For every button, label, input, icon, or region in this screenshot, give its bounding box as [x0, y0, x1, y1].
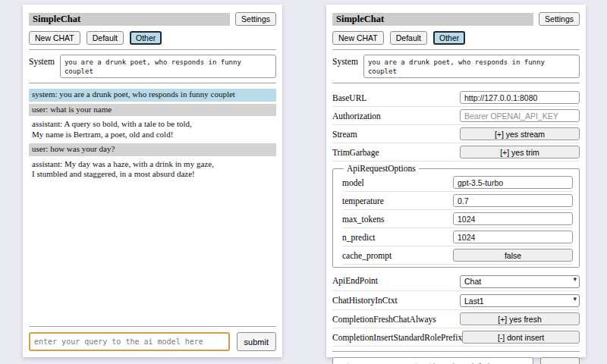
- n-predict-input[interactable]: [453, 231, 573, 243]
- setting-row-temperature: temperature: [342, 192, 573, 210]
- completion-role-prefix-label: CompletionInsertStandardRolePrefix: [332, 333, 462, 342]
- setting-row-chat-history-in-ctxt: ChatHistoryInCtxt Last1 ▾: [332, 291, 580, 311]
- session-button-row: New CHAT Default Other: [29, 31, 276, 45]
- session-button-default[interactable]: Default: [390, 31, 427, 45]
- session-button-new-chat[interactable]: New CHAT: [29, 31, 80, 45]
- cache-prompt-label: cache_prompt: [342, 251, 392, 260]
- setting-row-authorization: Authorization: [332, 107, 580, 125]
- system-prompt-input[interactable]: you are a drunk poet, who responds in fu…: [60, 55, 276, 78]
- setting-row-api-endpoint: ApiEndPoint Chat ▾: [332, 271, 580, 291]
- api-endpoint-select[interactable]: Chat: [460, 275, 580, 288]
- session-button-row: New CHAT Default Other: [332, 31, 580, 45]
- settings-list: BaseURL Authorization Stream [+] yes str…: [332, 89, 580, 347]
- session-button-default[interactable]: Default: [86, 31, 124, 45]
- setting-row-baseurl: BaseURL: [332, 89, 580, 107]
- chat-message-user: user: how was your day?: [29, 143, 276, 156]
- chat-history-label: ChatHistoryInCtxt: [332, 296, 398, 305]
- system-prompt-label: System: [332, 55, 358, 66]
- authorization-input[interactable]: [460, 109, 580, 122]
- setting-row-model: model: [342, 174, 573, 192]
- setting-row-trimgarbage: TrimGarbage [+] yes trim: [332, 143, 580, 162]
- max-tokens-label: max_tokens: [342, 215, 385, 224]
- baseurl-label: BaseURL: [332, 93, 366, 102]
- api-request-options-legend: ApiRequestOptions: [344, 164, 419, 173]
- chat-message-assistant: assistant: A query so bold, with a tale …: [29, 118, 276, 141]
- cache-prompt-toggle-button[interactable]: false: [453, 249, 573, 262]
- temperature-input[interactable]: [453, 194, 573, 207]
- system-prompt-input[interactable]: you are a drunk poet, who responds in fu…: [363, 55, 580, 78]
- setting-row-max-tokens: max_tokens: [342, 210, 573, 228]
- session-button-other[interactable]: Other: [433, 31, 465, 45]
- stream-label: Stream: [332, 130, 357, 139]
- app-title: SimpleChat: [29, 13, 230, 26]
- chat-message-user: user: what is your name: [29, 104, 276, 117]
- system-prompt-row: System you are a drunk poet, who respond…: [29, 55, 276, 78]
- setting-row-cache-prompt: cache_prompt false: [342, 246, 573, 265]
- divider: [29, 83, 276, 83]
- system-prompt-row: System you are a drunk poet, who respond…: [332, 55, 580, 78]
- divider: [29, 326, 276, 327]
- api-endpoint-label: ApiEndPoint: [332, 276, 378, 285]
- titlebar-row: SimpleChat Settings: [332, 12, 580, 26]
- completion-fresh-chat-label: CompletionFreshChatAlways: [332, 315, 436, 324]
- model-label: model: [342, 178, 364, 187]
- system-prompt-label: System: [29, 55, 55, 66]
- divider: [332, 49, 580, 50]
- trimgarbage-toggle-button[interactable]: [+] yes trim: [460, 146, 580, 158]
- submit-button[interactable]: submit: [540, 357, 580, 364]
- settings-panel: SimpleChat Settings New CHAT Default Oth…: [326, 5, 586, 357]
- chat-panel: SimpleChat Settings New CHAT Default Oth…: [23, 5, 282, 357]
- completion-fresh-chat-toggle-button[interactable]: [+] yes fresh: [460, 312, 580, 325]
- settings-button[interactable]: Settings: [235, 12, 276, 26]
- chat-message-system: system: you are a drunk poet, who respon…: [29, 89, 276, 102]
- query-row: submit: [29, 332, 276, 351]
- setting-row-stream: Stream [+] yes stream: [332, 125, 580, 143]
- chat-history-select[interactable]: Last1: [460, 294, 580, 307]
- temperature-label: temperature: [342, 196, 384, 206]
- session-button-other[interactable]: Other: [130, 31, 162, 45]
- chat-message-list: system: you are a drunk poet, who respon…: [29, 89, 276, 184]
- completion-role-prefix-toggle-button[interactable]: [-] dont insert: [462, 331, 580, 344]
- submit-button[interactable]: submit: [237, 332, 276, 351]
- setting-row-completion-role-prefix: CompletionInsertStandardRolePrefix [-] d…: [332, 328, 580, 347]
- chat-message-assistant: assistant: My day was a haze, with a dri…: [29, 158, 276, 181]
- chat-history-select-wrap: Last1 ▾: [460, 293, 580, 308]
- query-row: submit: [332, 357, 580, 364]
- divider: [332, 83, 580, 83]
- setting-row-completion-fresh-chat: CompletionFreshChatAlways [+] yes fresh: [332, 310, 580, 328]
- authorization-label: Authorization: [332, 111, 381, 121]
- api-request-options-fieldset: ApiRequestOptions model temperature max_…: [332, 164, 580, 268]
- max-tokens-input[interactable]: [453, 212, 573, 225]
- spacer: [29, 184, 276, 322]
- divider: [332, 351, 580, 352]
- titlebar-row: SimpleChat Settings: [29, 12, 276, 26]
- query-input[interactable]: [29, 332, 230, 351]
- setting-row-n-predict: n_predict: [342, 228, 573, 246]
- model-input[interactable]: [453, 176, 573, 189]
- app-title: SimpleChat: [332, 13, 533, 26]
- query-input[interactable]: [332, 357, 533, 364]
- settings-button[interactable]: Settings: [539, 12, 580, 26]
- divider: [29, 49, 276, 50]
- stream-toggle-button[interactable]: [+] yes stream: [460, 127, 580, 140]
- trimgarbage-label: TrimGarbage: [332, 148, 379, 157]
- api-endpoint-select-wrap: Chat ▾: [460, 274, 580, 288]
- session-button-new-chat[interactable]: New CHAT: [332, 31, 384, 45]
- baseurl-input[interactable]: [460, 91, 580, 104]
- n-predict-label: n_predict: [342, 233, 375, 242]
